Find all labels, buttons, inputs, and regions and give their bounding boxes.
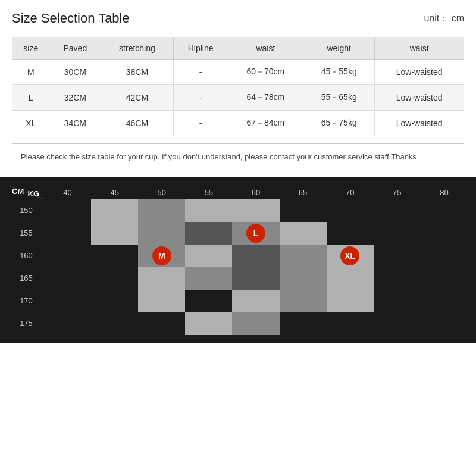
chart-cell [232, 199, 279, 222]
chart-cell [374, 245, 421, 267]
chart-cell [374, 199, 421, 222]
table-cell: M [12, 60, 49, 85]
chart-cell [91, 312, 138, 335]
chart-cell [280, 267, 327, 290]
chart-cell [280, 245, 327, 267]
chart-cell [44, 199, 91, 222]
table-header-row: sizePavedstretchingHiplinewaistweightwai… [12, 37, 464, 60]
table-cell: 46CM [101, 111, 173, 136]
chart-cell [232, 245, 279, 267]
table-row: XL34CM46CM-67－84cm65－75kgLow-waisted [12, 111, 464, 136]
size-badge-l: L [246, 224, 265, 243]
chart-row: 175 [8, 312, 468, 335]
chart-cell [232, 267, 279, 290]
table-cell: 42CM [101, 85, 173, 111]
table-row: L32CM42CM-64－78cm55－65kgLow-waisted [12, 85, 464, 111]
table-cell: Low-waisted [375, 60, 464, 85]
table-body: M30CM38CM-60－70cm45－55kgLow-waistedL32CM… [12, 60, 464, 136]
chart-cell [44, 290, 91, 312]
chart-cell [138, 312, 185, 335]
table-cell: Low-waisted [375, 111, 464, 136]
chart-row-label: 165 [8, 267, 44, 290]
chart-cell [185, 312, 232, 335]
chart-table: KG CM 40 45 50 55 60 65 70 75 80 [8, 186, 468, 335]
unit-label: unit： cm [424, 12, 464, 25]
chart-cell [327, 290, 374, 312]
chart-row-label: 150 [8, 199, 44, 222]
table-cell: L [12, 85, 49, 111]
chart-cell [421, 312, 468, 335]
chart-cell [185, 267, 232, 290]
chart-col-40: 40 [44, 186, 91, 199]
chart-row-label: 170 [8, 290, 44, 312]
table-col-Paved: Paved [49, 37, 101, 60]
chart-col-65: 65 [280, 186, 327, 199]
chart-cell [91, 245, 138, 267]
chart-cell [327, 199, 374, 222]
chart-cell [280, 312, 327, 335]
chart-cell: M [138, 245, 185, 267]
chart-cell [421, 290, 468, 312]
chart-col-75: 75 [374, 186, 421, 199]
svg-line-0 [8, 186, 44, 199]
size-badge-m: M [152, 246, 171, 265]
corner-cell: KG CM [8, 186, 44, 199]
chart-col-50: 50 [138, 186, 185, 199]
chart-row-label: 160 [8, 245, 44, 267]
chart-cell: XL [327, 245, 374, 267]
chart-col-80: 80 [421, 186, 468, 199]
chart-cell [421, 199, 468, 222]
table-cell: - [173, 111, 228, 136]
chart-cell [327, 267, 374, 290]
table-col-waist: waist [375, 37, 464, 60]
chart-header-row: KG CM 40 45 50 55 60 65 70 75 80 [8, 186, 468, 199]
chart-cell [280, 222, 327, 245]
chart-cell [374, 312, 421, 335]
note-box: Please check the size table for your cup… [12, 143, 464, 171]
chart-cell [185, 290, 232, 312]
chart-row: 170 [8, 290, 468, 312]
table-cell: 60－70cm [228, 60, 303, 85]
chart-cell [44, 312, 91, 335]
chart-cell [327, 222, 374, 245]
chart-cell [138, 290, 185, 312]
chart-cell [327, 312, 374, 335]
chart-col-60: 60 [232, 186, 279, 199]
table-col-waist: waist [228, 37, 303, 60]
chart-col-70: 70 [327, 186, 374, 199]
chart-wrapper: KG CM 40 45 50 55 60 65 70 75 80 [8, 186, 468, 335]
chart-cell [421, 245, 468, 267]
chart-cell [421, 267, 468, 290]
chart-col-45: 45 [91, 186, 138, 199]
chart-cell [185, 222, 232, 245]
chart-row: 150 [8, 199, 468, 222]
chart-body: 150155L160MXL165170175 [8, 199, 468, 335]
table-cell: 32CM [49, 85, 101, 111]
chart-cell [374, 222, 421, 245]
table-cell: 30CM [49, 60, 101, 85]
chart-cell [138, 222, 185, 245]
table-col-weight: weight [303, 37, 375, 60]
size-badge-xl: XL [340, 246, 359, 265]
table-cell: 67－84cm [228, 111, 303, 136]
chart-row: 165 [8, 267, 468, 290]
chart-row: 160MXL [8, 245, 468, 267]
chart-row-label: 175 [8, 312, 44, 335]
table-row: M30CM38CM-60－70cm45－55kgLow-waisted [12, 60, 464, 85]
table-cell: 34CM [49, 111, 101, 136]
chart-cell [374, 290, 421, 312]
table-col-size: size [12, 37, 49, 60]
table-col-Hipline: Hipline [173, 37, 228, 60]
chart-cell [44, 267, 91, 290]
table-cell: 65－75kg [303, 111, 375, 136]
chart-cell [185, 199, 232, 222]
chart-cell [138, 199, 185, 222]
chart-cell [232, 312, 279, 335]
table-cell: Low-waisted [375, 85, 464, 111]
chart-row: 155L [8, 222, 468, 245]
table-cell: 64－78cm [228, 85, 303, 111]
chart-cell [44, 222, 91, 245]
chart-section: KG CM 40 45 50 55 60 65 70 75 80 [0, 177, 476, 343]
chart-cell [185, 245, 232, 267]
chart-cell: L [232, 222, 279, 245]
